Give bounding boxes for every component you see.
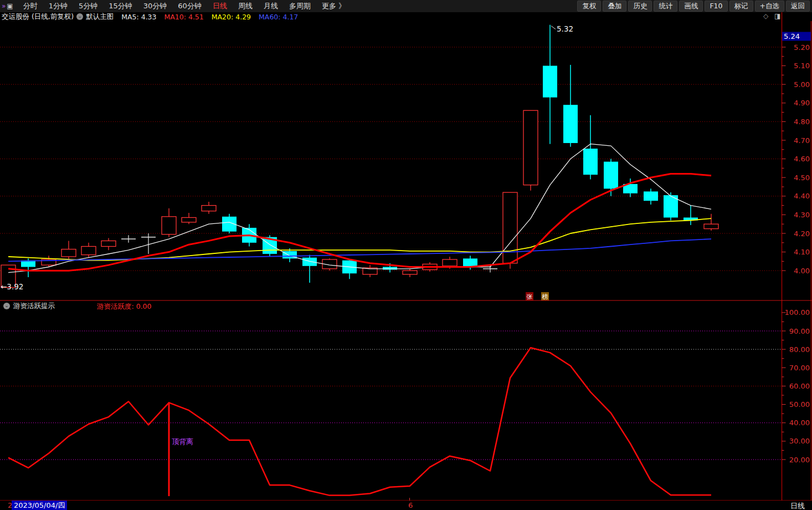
period-menu-item-7[interactable]: 日线 <box>207 0 233 12</box>
month-tick-label: 6 <box>408 501 413 509</box>
price-tick-label: 5.10 <box>794 62 810 70</box>
price-tick-label: 4.40 <box>794 192 810 200</box>
candle <box>563 65 578 147</box>
stock-app-window: » ▣ 分时1分钟5分钟15分钟30分钟60分钟日线周线月线多周期更多 》 复权… <box>0 0 812 510</box>
candle <box>162 208 176 237</box>
indicator-tick-label: 80.00 <box>789 345 810 354</box>
toolbar-button-1[interactable]: 复权 <box>577 1 601 12</box>
period-menu-item-11[interactable]: 更多 》 <box>316 0 351 12</box>
high-marker-arrow <box>551 26 556 29</box>
price-tick-label: 4.30 <box>794 211 810 219</box>
candle <box>543 25 557 144</box>
candle <box>81 243 96 258</box>
period-menu-item-4[interactable]: 15分钟 <box>103 0 138 12</box>
main-chart-svg[interactable]: 5.32←3.92张榜5.205.105.004.904.804.704.604… <box>0 12 812 510</box>
period-menu-item-8[interactable]: 周线 <box>233 0 258 12</box>
price-tick-label: 5.20 <box>794 43 810 52</box>
candle <box>61 241 76 259</box>
indicator-tick-label: 20.00 <box>789 456 810 464</box>
toolbar-button-8[interactable]: +自选 <box>755 1 784 12</box>
period-menu-item-2[interactable]: 1分钟 <box>43 0 73 12</box>
toolbar-button-4[interactable]: 统计 <box>654 1 677 12</box>
candle <box>583 115 598 180</box>
low-price-label: ←3.92 <box>1 282 23 291</box>
ma-line-ma20 <box>8 218 711 261</box>
badge-text: 张 <box>527 293 533 300</box>
candle <box>644 188 658 205</box>
indicator-tick-label: 90.00 <box>789 327 810 335</box>
toolbar-button-9[interactable]: 返回 <box>786 1 810 12</box>
highlight-price-label: 5.24 <box>784 32 800 40</box>
candle <box>704 214 718 231</box>
period-menu-item-6[interactable]: 60分钟 <box>172 0 207 12</box>
price-tick-label: 4.90 <box>794 99 810 107</box>
candle <box>503 192 517 269</box>
indicator-tick-label: 100.00 <box>785 308 810 317</box>
timeframe-label: 日线 <box>790 501 805 510</box>
candle <box>222 214 237 233</box>
candle <box>182 213 196 224</box>
period-menu-item-9[interactable]: 月线 <box>258 0 284 12</box>
candle <box>322 258 337 271</box>
toolbar-button-5[interactable]: 画线 <box>679 1 703 12</box>
divergence-label: 顶背离 <box>172 437 193 446</box>
indicator-tick-label: 50.00 <box>789 400 810 409</box>
price-tick-label: 4.80 <box>794 118 810 126</box>
price-tick-label: 4.00 <box>794 267 810 275</box>
period-menu-item-10[interactable]: 多周期 <box>284 0 316 12</box>
bottom-axis-bar: 2 2023/05/04/四 6 日线 <box>0 501 812 510</box>
selected-date-box[interactable]: 2023/05/04/四 <box>12 501 67 510</box>
price-tick-label: 4.60 <box>794 155 810 163</box>
toolbar-button-2[interactable]: 叠加 <box>603 1 626 12</box>
candle <box>523 110 538 190</box>
period-menu-items: 分时1分钟5分钟15分钟30分钟60分钟日线周线月线多周期更多 》 <box>18 0 351 12</box>
candle <box>141 233 156 254</box>
event-badge[interactable]: 张 <box>526 292 533 300</box>
candle <box>302 255 317 283</box>
price-tick-label: 4.10 <box>794 248 810 256</box>
toolbar-button-7[interactable]: 标记 <box>729 1 753 12</box>
price-tick-label: 4.50 <box>794 174 810 182</box>
candle <box>101 238 116 250</box>
event-badge[interactable]: 榜 <box>541 292 549 300</box>
price-tick-label: 4.20 <box>794 230 810 238</box>
toolbar-button-6[interactable]: F10 <box>705 1 727 12</box>
candle <box>342 259 357 279</box>
candle <box>121 235 136 242</box>
period-menubar: » ▣ 分时1分钟5分钟15分钟30分钟60分钟日线周线月线多周期更多 》 复权… <box>0 0 812 12</box>
candle <box>664 192 678 220</box>
badge-text: 榜 <box>542 293 548 300</box>
period-menu-item-3[interactable]: 5分钟 <box>73 0 103 12</box>
candle <box>202 202 216 214</box>
app-logo-icon: » <box>2 2 6 10</box>
toolbar-button-3[interactable]: 历史 <box>628 1 652 12</box>
period-menu-item-1[interactable]: 分时 <box>18 0 43 12</box>
candle <box>683 206 698 225</box>
indicator-line <box>8 348 711 495</box>
indicator-tick-label: 30.00 <box>789 437 810 445</box>
indicator-tick-label: 70.00 <box>789 364 810 372</box>
toolbar-buttons: 复权叠加历史统计画线F10标记+自选返回 <box>575 1 810 12</box>
price-tick-label: 4.70 <box>794 136 810 145</box>
candle <box>403 269 417 277</box>
panel-layout-icon[interactable]: ▣ <box>7 2 13 10</box>
high-price-label: 5.32 <box>557 24 573 33</box>
indicator-tick-label: 60.00 <box>789 382 810 390</box>
candle <box>363 265 377 277</box>
indicator-tick-label: 40.00 <box>789 419 810 427</box>
period-menu-item-5[interactable]: 30分钟 <box>138 0 173 12</box>
price-tick-label: 5.00 <box>794 80 810 89</box>
